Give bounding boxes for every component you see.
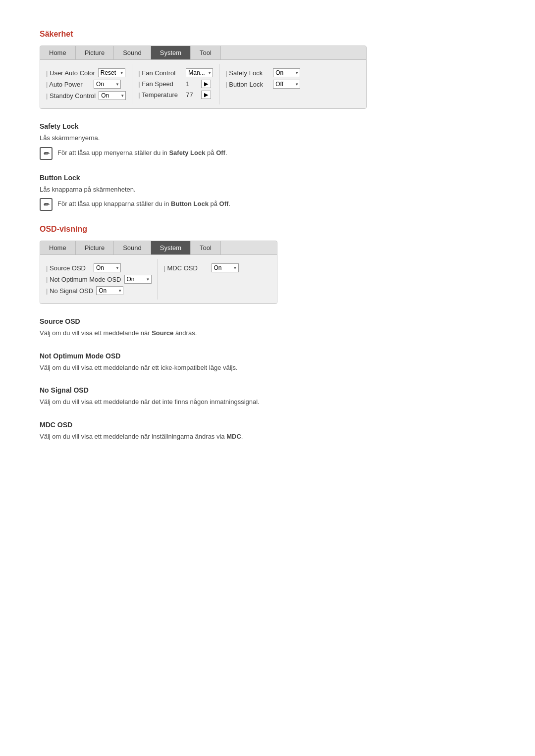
sakerhet-section: Säkerhet Home Picture Sound System Tool … (40, 30, 495, 211)
menu-row-button-lock: Button Lock Off On (225, 80, 300, 89)
safety-lock-select-wrap: On Off (273, 68, 300, 77)
source-osd-select[interactable]: On Off (94, 263, 121, 272)
temperature-label: Temperature (138, 91, 183, 99)
safety-lock-bold2: Off (216, 149, 225, 156)
source-osd-label: Source OSD (46, 264, 91, 272)
mdc-bold: MDC (226, 433, 241, 440)
button-lock-description: Lås knapparna på skärmenheten. (40, 185, 495, 195)
menu-row-standby-control: Standby Control On Off (46, 91, 126, 100)
menu-row-auto-power: Auto Power On Off (46, 80, 126, 89)
fan-speed-value: 1 (186, 80, 198, 88)
mdc-osd-select[interactable]: On Off (212, 263, 239, 272)
osd-tab-picture[interactable]: Picture (76, 241, 114, 254)
safety-lock-bold1: Safety Lock (169, 149, 205, 156)
menu-row-fan-speed: Fan Speed 1 ▶ (138, 80, 213, 88)
standby-control-label: Standby Control (46, 92, 96, 100)
osd-tab-sound[interactable]: Sound (114, 241, 151, 254)
mdc-osd-label: MDC OSD (164, 264, 209, 272)
mdc-osd-heading: MDC OSD (40, 421, 495, 429)
temperature-arrow[interactable]: ▶ (201, 91, 211, 99)
mdc-osd-select-wrap: On Off (212, 263, 239, 272)
no-signal-heading: No Signal OSD (40, 386, 495, 394)
fan-speed-label: Fan Speed (138, 80, 183, 88)
button-lock-heading: Button Lock (40, 174, 495, 182)
menu-row-mdc-osd: MDC OSD On Off (164, 263, 239, 272)
menu-row-no-signal: No Signal OSD On Off (46, 286, 152, 295)
not-optimum-section: Not Optimum Mode OSD Välj om du vill vis… (40, 352, 495, 373)
button-lock-section: Button Lock Lås knapparna på skärmenhete… (40, 174, 495, 211)
safety-lock-note-text: För att låsa upp menyerna ställer du in … (57, 147, 227, 158)
standby-control-select[interactable]: On Off (99, 91, 126, 100)
button-lock-note-text: För att låsa upp knapparna ställer du in… (57, 198, 230, 209)
tab-tool-1[interactable]: Tool (191, 46, 221, 59)
no-signal-select-wrap: On Off (96, 286, 123, 295)
osd-col-2: MDC OSD On Off (158, 259, 245, 300)
safety-lock-note-box: ✏ För att låsa upp menyerna ställer du i… (40, 147, 495, 160)
no-signal-select[interactable]: On Off (96, 286, 123, 295)
menu-row-source-osd: Source OSD On Off (46, 263, 152, 272)
osd-tab-system[interactable]: System (151, 241, 191, 254)
standby-control-select-wrap: On Off (99, 91, 126, 100)
menu-row-not-optimum: Not Optimum Mode OSD On Off (46, 275, 152, 284)
mdc-osd-section: MDC OSD Välj om du vill visa ett meddela… (40, 421, 495, 442)
safety-lock-heading: Safety Lock (40, 122, 495, 130)
sakerhet-menu-panel: Home Picture Sound System Tool User Auto… (40, 46, 367, 109)
no-signal-label: No Signal OSD (46, 287, 93, 295)
osd-visning-title: OSD-visning (40, 225, 495, 234)
tab-home-1[interactable]: Home (40, 46, 76, 59)
safety-lock-select[interactable]: On Off (273, 68, 300, 77)
source-osd-heading: Source OSD (40, 317, 495, 325)
osd-tab-home[interactable]: Home (40, 241, 76, 254)
tab-system-1[interactable]: System (151, 46, 191, 59)
menu-row-safety-lock: Safety Lock On Off (225, 68, 300, 77)
button-lock-bold2: Off (219, 200, 229, 207)
tab-sound-1[interactable]: Sound (114, 46, 151, 59)
auto-power-select[interactable]: On Off (94, 80, 121, 89)
source-bold: Source (152, 329, 173, 337)
sakerhet-col-1: User Auto Color Reset Auto Power On Off (40, 64, 132, 104)
menu-row-fan-control: Fan Control Man... Auto (138, 68, 213, 77)
fan-control-label: Fan Control (138, 69, 183, 77)
auto-power-select-wrap: On Off (94, 80, 121, 89)
fan-control-select-wrap: Man... Auto (186, 68, 213, 77)
safety-lock-note-icon: ✏ (40, 147, 53, 160)
safety-lock-description: Lås skärmmenyerna. (40, 133, 495, 143)
sakerhet-col-2: Fan Control Man... Auto Fan Speed 1 ▶ Te… (132, 64, 219, 104)
osd-col-1: Source OSD On Off Not Optimum Mode OSD O… (40, 259, 158, 300)
osd-menu-panel: Home Picture Sound System Tool Source OS… (40, 241, 277, 304)
not-optimum-label: Not Optimum Mode OSD (46, 276, 121, 283)
mdc-osd-description: Välj om du vill visa ett meddelande när … (40, 432, 495, 442)
sakerhet-menu-body: User Auto Color Reset Auto Power On Off (40, 60, 366, 108)
button-lock-select-wrap: Off On (273, 80, 300, 89)
button-lock-bold1: Button Lock (171, 200, 209, 207)
button-lock-select[interactable]: Off On (273, 80, 300, 89)
button-lock-label: Button Lock (225, 81, 270, 88)
safety-lock-section: Safety Lock Lås skärmmenyerna. ✏ För att… (40, 122, 495, 160)
sakerhet-tabs: Home Picture Sound System Tool (40, 46, 366, 60)
menu-row-user-auto-color: User Auto Color Reset (46, 68, 126, 77)
not-optimum-select[interactable]: On Off (124, 275, 152, 284)
user-auto-color-label: User Auto Color (46, 69, 95, 77)
no-signal-description: Välj om du vill visa ett meddelande när … (40, 397, 495, 407)
tab-picture-1[interactable]: Picture (76, 46, 114, 59)
safety-lock-label: Safety Lock (225, 69, 270, 77)
fan-control-select[interactable]: Man... Auto (186, 68, 213, 77)
button-lock-note-box: ✏ För att låsa upp knapparna ställer du … (40, 198, 495, 211)
osd-menu-body: Source OSD On Off Not Optimum Mode OSD O… (40, 255, 277, 303)
auto-power-label: Auto Power (46, 81, 91, 88)
sakerhet-title: Säkerhet (40, 30, 495, 39)
osd-tabs: Home Picture Sound System Tool (40, 241, 277, 255)
source-osd-description: Välj om du vill visa ett meddelande när … (40, 328, 495, 338)
source-osd-section: Source OSD Välj om du vill visa ett medd… (40, 317, 495, 338)
button-lock-note-icon: ✏ (40, 198, 53, 211)
not-optimum-description: Välj om du vill visa ett meddelande när … (40, 363, 495, 373)
sakerhet-col-3: Safety Lock On Off Button Lock Off On (219, 64, 306, 104)
not-optimum-heading: Not Optimum Mode OSD (40, 352, 495, 360)
not-optimum-select-wrap: On Off (124, 275, 152, 284)
no-signal-section: No Signal OSD Välj om du vill visa ett m… (40, 386, 495, 407)
temperature-value: 77 (186, 91, 198, 99)
osd-visning-section: OSD-visning Home Picture Sound System To… (40, 225, 495, 441)
osd-tab-tool[interactable]: Tool (191, 241, 221, 254)
user-auto-color-select[interactable]: Reset (98, 68, 125, 77)
fan-speed-arrow[interactable]: ▶ (201, 80, 211, 88)
